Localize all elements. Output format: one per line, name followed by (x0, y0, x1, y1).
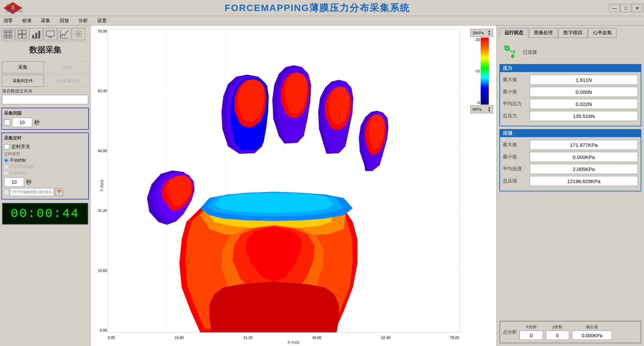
calendar-button[interactable]: 📅 (55, 188, 63, 196)
svg-rect-8 (8, 31, 11, 34)
save-folder-input[interactable] (2, 95, 88, 104)
end-time-input[interactable] (10, 188, 54, 196)
x-coord-value: 0 (520, 331, 543, 340)
point-analysis-inner: 点分析 X坐标 0 y坐标 0 输出值 0.000KPa (503, 324, 638, 340)
radio-fixed[interactable] (4, 165, 8, 169)
tab-digital-sim[interactable]: 数字模拟 (558, 28, 587, 38)
svg-text:Integrated System: Integrated System (5, 10, 23, 13)
pi-avg-value: 2.005KPa (530, 164, 638, 174)
toolbar-collect-icon[interactable] (1, 28, 15, 40)
x-tick-46: 46.80 (312, 336, 322, 340)
pi-avg-label: 平均压强 (503, 166, 530, 172)
collect-section: 采集 停止 采集到文件 停止采集文件 保存数据文件夹 (2, 60, 88, 104)
time-interval-unit: 秒 (26, 179, 32, 186)
svg-point-72 (512, 55, 514, 58)
save-folder-label: 保存数据文件夹 (2, 88, 88, 94)
end-time-checkbox[interactable] (4, 190, 9, 194)
timer-checkbox[interactable] (4, 144, 9, 150)
svg-rect-7 (5, 31, 8, 34)
output-value: 0.000KPa (572, 331, 612, 340)
x-tick-labels: 0.00 15.60 31.20 46.80 62.40 78.00 (108, 336, 459, 340)
svg-text:测试设备有限公司: 测试设备有限公司 (6, 7, 22, 9)
main-content: 数据采集 采集 停止 采集到文件 停止采集文件 保存数据文件夹 采集间隔 秒 (0, 25, 644, 346)
pressure-section: 压力 最大值 1.911N 最小值 0.000N 平均压力 0.022N 总压力… (499, 64, 641, 126)
toolbar-settings-icon[interactable] (72, 28, 85, 40)
app-title: FORCEMAPPING薄膜压力分布采集系统 (25, 2, 609, 14)
menu-item-analyze[interactable]: 分析 (76, 17, 90, 24)
svg-rect-69 (481, 38, 489, 105)
svg-marker-68 (209, 282, 339, 332)
point-analysis-section: 点分析 X坐标 0 y坐标 0 输出值 0.000KPa (499, 321, 641, 343)
pi-max-row: 最大值 171.977KPa (503, 140, 638, 150)
close-button[interactable]: ✕ (632, 4, 643, 12)
pressure-min-value: 0.000N (530, 87, 638, 97)
menu-item-calibrate[interactable]: 校准 (20, 17, 34, 24)
x-tick-0: 0.00 (108, 336, 115, 340)
menu-item-clear[interactable]: 清零 (1, 17, 15, 24)
colorbar-labels: -20 -10 -0 (475, 38, 480, 105)
logo-area: S 上海昱成 测试设备有限公司 Integrated System (0, 0, 25, 16)
collect-file-button[interactable]: 采集到文件 (2, 75, 44, 87)
stop-file-button[interactable]: 停止采集文件 (47, 75, 89, 87)
menu-item-collect[interactable]: 采集 (39, 17, 52, 24)
collect-button[interactable]: 采集 (2, 61, 44, 73)
pi-max-label: 最大值 (503, 142, 530, 148)
svg-point-73 (504, 46, 507, 48)
colorbar-top-arrow-dn: ▼ (488, 33, 491, 36)
timer-type-label: 定时类型 (4, 151, 86, 157)
toolbar-display-icon[interactable] (44, 28, 57, 40)
window-controls[interactable]: — □ ✕ (609, 4, 643, 12)
colorbar-gradient (481, 38, 489, 105)
timer-switch-row2: 定时开关 (4, 144, 86, 150)
timer-section: 采集定时 定时开关 定时类型 手动控制 固定时间间隔 结束时间 秒 (1, 132, 89, 199)
output-col: 输出值 0.000KPa (572, 324, 612, 340)
digital-clock: 00:00:44 (2, 203, 88, 225)
colorbar-with-labels: -20 -10 -0 (475, 38, 489, 105)
cb-label-20: -20 (475, 38, 480, 42)
minimize-button[interactable]: — (609, 4, 620, 12)
radio-end-label: 结束时间 (10, 170, 26, 176)
colorbar-bot-label: 0KPa (473, 107, 482, 111)
y-coord-label: y坐标 (552, 324, 562, 330)
time-interval-input[interactable] (4, 177, 24, 187)
company-logo: S 上海昱成 测试设备有限公司 Integrated System (3, 1, 23, 15)
pressure-min-label: 最小值 (503, 89, 530, 95)
tab-run-status[interactable]: 运行状态 (499, 28, 528, 38)
menu-item-playback[interactable]: 回放 (58, 17, 71, 24)
conn-status-area: 已连接 (523, 48, 537, 55)
svg-rect-16 (35, 33, 37, 38)
pressure-max-row: 最大值 1.911N (503, 75, 638, 85)
x-axis-label: X Axis (287, 340, 300, 345)
interval-row: 秒 (4, 118, 86, 127)
sidebar-title: 数据采集 (1, 42, 89, 58)
interval-section: 采集间隔 秒 (1, 108, 89, 130)
toolbar-grid-icon[interactable] (15, 28, 29, 40)
y-coord-value: 0 (546, 331, 569, 340)
svg-rect-13 (18, 35, 22, 38)
stop-button[interactable]: 停止 (47, 61, 89, 73)
interval-num-input[interactable] (12, 118, 32, 127)
maximize-button[interactable]: □ (621, 4, 631, 12)
colorbar-top-button[interactable]: 20KPa ▲ ▼ (470, 29, 493, 37)
toolbar-graph-icon[interactable] (58, 28, 71, 40)
pressure-intensity-section: 压强 最大值 171.977KPa 最小值 0.000KPa 平均压强 2.00… (499, 129, 641, 191)
pressure-max-label: 最大值 (503, 77, 530, 83)
y-axis-label: Y Axis (99, 180, 104, 192)
radio-end[interactable] (4, 171, 8, 175)
colorbar-area: 20KPa ▲ ▼ -20 -10 -0 (470, 29, 493, 113)
colorbar-bot-button[interactable]: 0KPa ▲ ▼ (470, 105, 493, 113)
radio-fixed-row: 固定时间间隔 (4, 164, 86, 170)
tab-heart-rate[interactable]: 心率血氧 (588, 28, 617, 38)
end-time-row: 📅 (4, 188, 86, 196)
pressure-avg-row: 平均压力 0.022N (503, 99, 638, 109)
interval-unit-label: 秒 (34, 119, 40, 126)
y-tick-78: 78.00 (98, 29, 107, 33)
tab-image-process[interactable]: 图像处理 (529, 28, 558, 38)
x-tick-62: 62.40 (381, 336, 390, 340)
radio-manual[interactable] (4, 158, 8, 163)
pi-total-row: 总压强 12196.629KPa (503, 176, 638, 186)
menu-item-settings[interactable]: 设置 (95, 17, 109, 24)
toolbar-chart-icon[interactable] (30, 28, 43, 40)
colorbar-bot-arrow-dn: ▼ (488, 109, 491, 112)
interval-checkbox[interactable] (4, 119, 10, 125)
